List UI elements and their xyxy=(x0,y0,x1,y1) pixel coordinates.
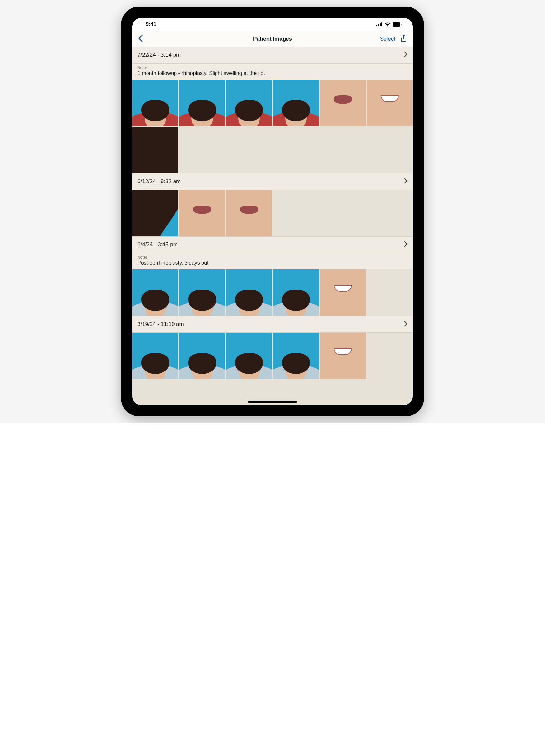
wifi-icon xyxy=(385,22,391,27)
svg-rect-4 xyxy=(393,22,400,27)
patient-thumbnail[interactable] xyxy=(179,269,225,316)
session-header[interactable]: 6/4/24 - 3:45 pm xyxy=(132,236,413,253)
patient-thumbnail[interactable] xyxy=(226,190,272,236)
select-button[interactable]: Select xyxy=(380,36,395,42)
chevron-right-icon xyxy=(404,178,408,185)
notes-block: Notes 1 month followup - rhinoplasty. Sl… xyxy=(132,64,413,80)
patient-thumbnail[interactable] xyxy=(226,269,272,316)
thumbnail-grid xyxy=(132,269,413,316)
patient-thumbnail[interactable] xyxy=(179,190,225,236)
patient-thumbnail[interactable] xyxy=(132,333,179,379)
patient-thumbnail[interactable] xyxy=(132,80,179,126)
status-time: 9:41 xyxy=(146,22,156,27)
share-button[interactable] xyxy=(400,35,407,44)
share-icon xyxy=(400,35,407,42)
notes-label: Notes xyxy=(137,255,408,260)
svg-rect-1 xyxy=(378,24,379,26)
battery-icon xyxy=(393,22,402,27)
status-icons xyxy=(376,22,402,27)
chevron-right-icon xyxy=(404,321,408,328)
page-title: Patient Images xyxy=(253,36,292,42)
session-timestamp: 7/22/24 - 3:14 pm xyxy=(137,52,181,58)
session-header[interactable]: 6/12/24 - 9:32 am xyxy=(132,173,413,190)
thumbnail-grid xyxy=(132,80,413,173)
patient-thumbnail[interactable] xyxy=(132,190,179,236)
chevron-right-icon xyxy=(404,241,408,248)
patient-thumbnail[interactable] xyxy=(179,80,225,126)
patient-thumbnail[interactable] xyxy=(273,269,319,316)
session-header[interactable]: 3/19/24 - 11:10 am xyxy=(132,316,413,333)
session-timestamp: 6/4/24 - 3:45 pm xyxy=(137,241,178,248)
patient-thumbnail[interactable] xyxy=(132,269,179,316)
patient-thumbnail[interactable] xyxy=(273,80,319,126)
thumbnail-grid xyxy=(132,333,413,379)
patient-thumbnail[interactable] xyxy=(132,127,179,173)
session-header[interactable]: 7/22/24 - 3:14 pm xyxy=(132,47,413,64)
patient-thumbnail[interactable] xyxy=(273,333,319,379)
thumbnail-grid xyxy=(132,190,413,236)
session-timestamp: 3/19/24 - 11:10 am xyxy=(137,321,184,327)
back-button[interactable] xyxy=(138,35,143,43)
screen: 9:41 Patient Images Select xyxy=(132,18,413,405)
notes-text: 1 month followup - rhinoplasty. Slight s… xyxy=(137,70,408,76)
chevron-right-icon xyxy=(404,51,408,59)
patient-thumbnail[interactable] xyxy=(366,80,413,126)
patient-thumbnail[interactable] xyxy=(226,80,272,126)
home-indicator xyxy=(248,401,297,403)
session-timestamp: 6/12/24 - 9:32 am xyxy=(137,178,181,185)
notes-text: Post-op rhinoplasty. 3 days out xyxy=(137,260,408,266)
svg-rect-5 xyxy=(401,24,402,25)
svg-rect-0 xyxy=(376,25,377,26)
status-bar: 9:41 xyxy=(132,18,413,31)
nav-bar: Patient Images Select xyxy=(132,31,413,47)
patient-thumbnail[interactable] xyxy=(320,80,366,126)
tablet-frame: 9:41 Patient Images Select xyxy=(121,7,424,416)
chevron-left-icon xyxy=(138,35,143,42)
svg-rect-3 xyxy=(381,22,382,26)
session-list: 7/22/24 - 3:14 pm Notes 1 month followup… xyxy=(132,47,413,405)
cellular-icon xyxy=(376,22,383,26)
patient-thumbnail[interactable] xyxy=(320,269,366,316)
notes-block: Notes Post-op rhinoplasty. 3 days out xyxy=(132,253,413,269)
notes-label: Notes xyxy=(137,65,408,70)
patient-thumbnail[interactable] xyxy=(320,333,366,379)
patient-thumbnail[interactable] xyxy=(179,333,225,379)
patient-thumbnail[interactable] xyxy=(226,333,272,379)
svg-rect-2 xyxy=(380,23,380,26)
